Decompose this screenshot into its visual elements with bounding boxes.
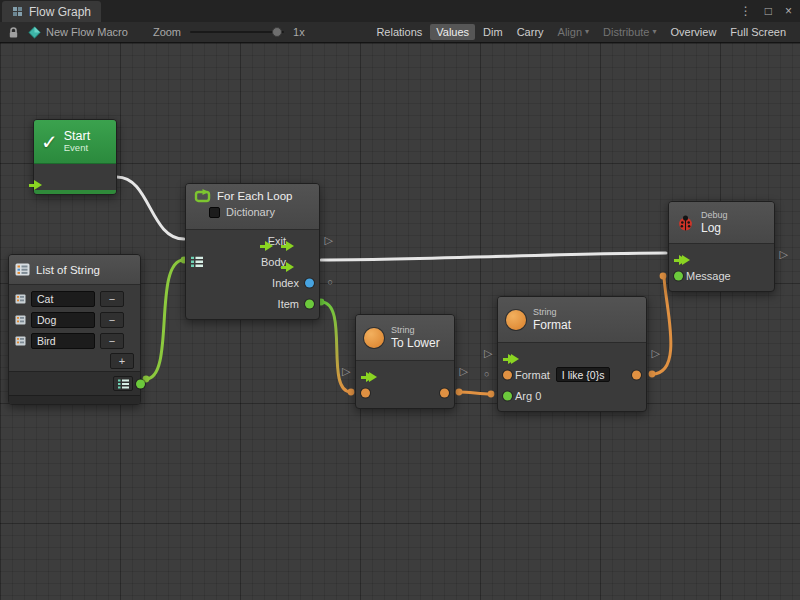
carry-button[interactable]: Carry <box>511 24 550 40</box>
start-trigger-out-port[interactable] <box>29 180 42 190</box>
graph-canvas[interactable]: ✓ Start Event For Each Loop Dictionary <box>0 43 800 600</box>
graph-toolbar: New Flow Macro Zoom 1x Relations Values … <box>0 22 800 43</box>
list-header[interactable]: List of String <box>9 255 140 285</box>
list-output-bar <box>9 371 140 395</box>
node-for-each-loop[interactable]: For Each Loop Dictionary Exit ▷ Body Ind… <box>185 183 320 320</box>
format-arg0-port[interactable] <box>503 391 512 400</box>
unconnected-flow-stub[interactable]: ▷ <box>342 365 350 376</box>
node-category: Debug <box>701 210 728 221</box>
arg0-port-label: Arg 0 <box>515 390 541 402</box>
list-item-input[interactable]: Bird <box>31 333 95 349</box>
foreach-item-port[interactable] <box>305 299 314 308</box>
node-to-lower[interactable]: String To Lower ▷ ▷ <box>355 314 455 409</box>
list-item-row: Cat − <box>9 288 140 309</box>
debug-log-header[interactable]: Debug Log <box>669 202 774 244</box>
unconnected-flow-stub[interactable]: ▷ <box>484 347 492 358</box>
index-port-label: Index <box>272 277 299 289</box>
unconnected-flow-stub[interactable]: ▷ <box>460 365 468 376</box>
foreach-exit-port[interactable] <box>281 241 294 251</box>
for-each-header[interactable]: For Each Loop Dictionary <box>186 184 319 230</box>
wire-endpoint <box>456 389 463 396</box>
foreach-index-port[interactable] <box>305 278 314 287</box>
unconnected-flow-stub[interactable]: ▷ <box>652 347 660 358</box>
tolower-exit-port[interactable] <box>364 372 377 382</box>
tab-title: Flow Graph <box>29 5 91 19</box>
list-inspector-button[interactable] <box>113 376 133 391</box>
list-item-row: Bird − <box>9 330 140 351</box>
tolower-result-port[interactable] <box>440 388 449 397</box>
unconnected-flow-stub[interactable]: ▷ <box>780 248 788 259</box>
foreach-enter-port[interactable] <box>260 241 273 251</box>
wire-tolower-to-arg0[interactable] <box>459 392 491 394</box>
ladybug-icon <box>677 215 694 231</box>
distribute-button[interactable]: Distribute▾ <box>597 24 662 40</box>
dropdown-arrow-icon: ▾ <box>585 28 589 36</box>
values-button[interactable]: Values <box>430 24 475 40</box>
format-port-label: Format <box>515 369 550 381</box>
zoom-value: 1x <box>293 26 305 38</box>
zoom-slider-handle[interactable] <box>272 27 282 37</box>
zoom-slider[interactable] <box>190 31 284 33</box>
format-exit-port[interactable] <box>506 354 519 364</box>
unconnected-value-stub[interactable]: ○ <box>484 370 489 379</box>
node-format[interactable]: String Format ▷ ▷ ○ Format I like {0}s A… <box>497 296 647 412</box>
to-lower-header[interactable]: String To Lower <box>356 315 454 361</box>
format-string-field[interactable]: I like {0}s <box>556 367 611 382</box>
window-menu-icon[interactable]: ⋮ <box>740 4 752 18</box>
message-port-label: Message <box>686 270 731 282</box>
remove-item-button[interactable]: − <box>100 312 124 328</box>
node-title: Start <box>64 129 90 143</box>
list-footer <box>9 395 140 404</box>
wire-start-to-foreach[interactable] <box>117 177 184 239</box>
item-port-label: Item <box>278 298 299 310</box>
log-message-port[interactable] <box>674 271 683 280</box>
graph-tab-icon <box>12 6 23 17</box>
wire-item-to-tolower[interactable] <box>321 302 351 392</box>
list-item-row: Dog − <box>9 309 140 330</box>
list-output-port[interactable] <box>136 379 145 388</box>
foreach-body-port[interactable] <box>281 262 294 272</box>
element-icon <box>15 336 26 346</box>
unconnected-value-stub[interactable]: ○ <box>328 278 333 287</box>
full-screen-button[interactable]: Full Screen <box>724 24 792 40</box>
tolower-target-port[interactable] <box>361 388 370 397</box>
list-item-input[interactable]: Cat <box>31 291 95 307</box>
dropdown-arrow-icon: ▾ <box>653 28 657 36</box>
window-close-icon[interactable]: × <box>785 4 792 18</box>
macro-gem-icon <box>28 26 41 39</box>
relations-button[interactable]: Relations <box>370 24 428 40</box>
dictionary-checkbox[interactable] <box>209 207 220 218</box>
node-debug-log[interactable]: Debug Log ▷ Message <box>668 201 775 292</box>
check-icon: ✓ <box>41 130 58 154</box>
format-result-port[interactable] <box>632 370 641 379</box>
wire-endpoint <box>660 273 667 280</box>
lock-icon[interactable] <box>8 26 19 39</box>
add-item-button[interactable]: + <box>110 353 134 369</box>
unconnected-flow-stub[interactable]: ▷ <box>325 234 333 245</box>
node-start-event[interactable]: ✓ Start Event <box>33 119 117 195</box>
remove-item-button[interactable]: − <box>100 333 124 349</box>
align-button[interactable]: Align▾ <box>552 24 595 40</box>
list-icon-teal <box>118 379 129 389</box>
list-icon <box>15 263 30 276</box>
format-string-port[interactable] <box>503 370 512 379</box>
node-subtitle: Event <box>64 143 90 154</box>
start-event-header[interactable]: ✓ Start Event <box>34 120 116 164</box>
node-list-of-string[interactable]: List of String Cat − Dog − <box>8 254 141 405</box>
macro-reference[interactable]: New Flow Macro <box>28 26 128 39</box>
node-title: Log <box>701 221 728 235</box>
overview-button[interactable]: Overview <box>665 24 723 40</box>
remove-item-button[interactable]: − <box>100 291 124 307</box>
dim-button[interactable]: Dim <box>477 24 509 40</box>
log-exit-port[interactable] <box>677 255 690 265</box>
window-maximize-icon[interactable]: □ <box>765 4 772 18</box>
tab-flow-graph[interactable]: Flow Graph <box>2 1 101 22</box>
element-icon <box>15 315 26 325</box>
format-header[interactable]: String Format <box>498 297 646 343</box>
string-type-icon <box>506 310 526 330</box>
collection-input-port[interactable] <box>191 256 203 267</box>
list-item-input[interactable]: Dog <box>31 312 95 328</box>
node-category: String <box>533 307 571 318</box>
wire-list-to-foreach[interactable] <box>146 260 184 379</box>
wire-body-to-log[interactable] <box>321 253 666 260</box>
